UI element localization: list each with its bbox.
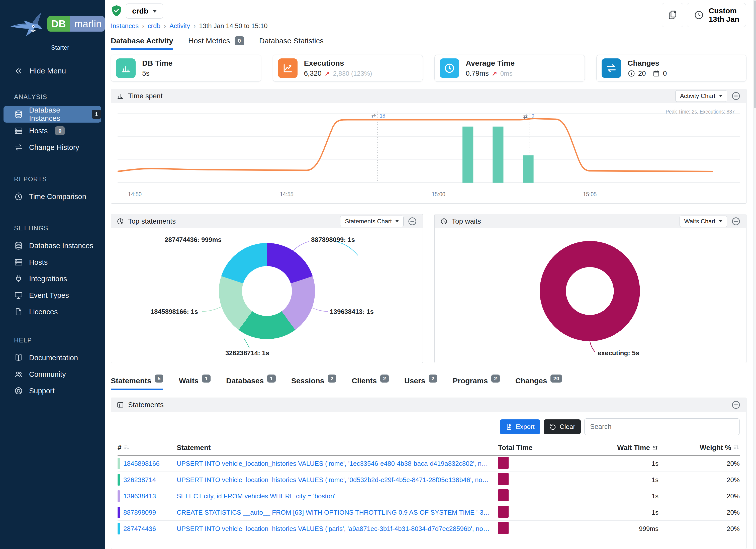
tab-host-metrics[interactable]: Host Metrics 0 — [188, 33, 244, 50]
statement-id-link[interactable]: 326238714 — [123, 476, 156, 484]
sidebar-item-documentation[interactable]: Documentation — [0, 349, 105, 366]
statements-header: Statements — [111, 398, 746, 412]
table-row: 326238714 UPSERT INTO vehicle_location_h… — [118, 472, 740, 488]
sidebar-item-support[interactable]: Support — [0, 383, 105, 399]
people-icon — [14, 370, 23, 379]
breadcrumb-current: 13th Jan 14:50 to 15:10 — [199, 22, 267, 30]
tab-database-statistics[interactable]: Database Statistics — [259, 33, 324, 50]
chart-select-label: Waits Chart — [684, 218, 715, 225]
time-spent-header: Time spent Activity Chart — [111, 89, 746, 103]
collapse-panel-icon[interactable] — [408, 217, 417, 226]
time-spent-chart[interactable]: Peak Time: 2s, Executions: 837 ⇄ 18 ⇄ 2 … — [111, 103, 746, 203]
sidebar-item-hosts[interactable]: Hosts 0 — [0, 123, 105, 139]
statement-link[interactable]: SELECT city, id FROM vehicles WHERE city… — [177, 492, 491, 500]
instance-selector[interactable]: crdb — [126, 4, 163, 19]
hide-menu-label: Hide Menu — [30, 67, 66, 75]
page-content: DB Time 5s Executions 6,320 ↗ 2,830 (123… — [105, 50, 753, 549]
statement-id-link[interactable]: 287474436 — [123, 525, 156, 533]
topbar: crdb Instances › crdb › Activity › 13th … — [105, 0, 753, 33]
sidebar-item-licences[interactable]: Licences — [0, 304, 105, 320]
statement-id-link[interactable]: 1845898166 — [123, 460, 160, 468]
sidebar-item-event-types[interactable]: Event Types — [0, 287, 105, 304]
detail-tab-sessions[interactable]: Sessions 2 — [291, 377, 336, 390]
column-header-statement[interactable]: Statement — [177, 444, 498, 452]
card-title: Changes — [628, 59, 667, 67]
statement-link[interactable]: UPSERT INTO vehicle_location_histories V… — [177, 476, 491, 484]
card-average-time: Average Time 0.79ms ↗ 0ms — [434, 55, 585, 82]
copy-link-button[interactable] — [662, 3, 683, 27]
time-range-line2: 13th Jan — [709, 15, 739, 23]
statement-link[interactable]: CREATE STATISTICS __auto__ FROM [63] WIT… — [177, 509, 491, 516]
window-scrollbar[interactable] — [753, 0, 756, 549]
export-button[interactable]: Export — [500, 419, 540, 434]
card-db-time: DB Time 5s — [111, 55, 261, 82]
collapse-panel-icon[interactable] — [731, 91, 741, 101]
donut-leader-lines — [111, 228, 423, 363]
card-title: Executions — [304, 59, 372, 67]
weight-value: 20% — [658, 492, 740, 500]
wait-time-value: 1s — [581, 509, 658, 516]
column-header-wait-time[interactable]: Wait Time — [581, 444, 658, 452]
detail-tab-statements[interactable]: Statements 5 — [111, 377, 163, 390]
sidebar-item-database-instances[interactable]: Database Instances 1 — [4, 106, 101, 123]
copy-icon — [667, 10, 678, 20]
count-badge: 2 — [380, 375, 389, 383]
count-badge: 1 — [92, 110, 101, 119]
tab-database-activity[interactable]: Database Activity — [111, 33, 173, 50]
detail-tab-waits[interactable]: Waits 1 — [179, 377, 211, 390]
total-time-bar — [498, 522, 509, 534]
breadcrumb-separator: › — [142, 23, 144, 30]
statements-chart-select[interactable]: Statements Chart — [340, 216, 404, 227]
server-icon — [14, 126, 23, 135]
statement-link[interactable]: UPSERT INTO vehicle_location_histories V… — [177, 525, 491, 533]
sidebar-item-settings-database-instances[interactable]: Database Instances — [0, 237, 105, 254]
card-value: 5s — [142, 69, 150, 77]
card-title: DB Time — [142, 59, 172, 67]
detail-tab-databases[interactable]: Databases 1 — [226, 377, 276, 390]
table-row: 287474436 UPSERT INTO vehicle_location_h… — [118, 521, 740, 537]
section-title: HELP — [0, 337, 105, 344]
statements-donut-chart[interactable]: 287474436: 999ms 887898099: 1s 184589816… — [111, 228, 423, 363]
weight-value: 20% — [658, 509, 740, 516]
detail-tab-changes[interactable]: Changes 20 — [515, 377, 562, 390]
search-input[interactable] — [584, 418, 740, 435]
sidebar-item-integrations[interactable]: Integrations — [0, 270, 105, 287]
table-icon — [117, 401, 124, 409]
breadcrumb-instances[interactable]: Instances — [111, 22, 139, 30]
breadcrumb-crdb[interactable]: crdb — [148, 22, 160, 30]
detail-tab-users[interactable]: Users 2 — [404, 377, 437, 390]
tab-label: Programs — [453, 377, 488, 385]
sidebar-item-community[interactable]: Community — [0, 366, 105, 383]
column-header-num[interactable]: # — [118, 444, 177, 452]
column-header-weight[interactable]: Weight % — [658, 444, 740, 452]
breadcrumb-activity[interactable]: Activity — [169, 22, 190, 30]
detail-tab-programs[interactable]: Programs 2 — [453, 377, 500, 390]
activity-chart-select[interactable]: Activity Chart — [675, 90, 727, 102]
collapse-panel-icon[interactable] — [731, 217, 741, 226]
table-row: 139638413 SELECT city, id FROM vehicles … — [118, 488, 740, 504]
chevron-down-icon — [152, 10, 157, 13]
statement-id-link[interactable]: 887898099 — [123, 509, 156, 516]
detail-tab-clients[interactable]: Clients 2 — [352, 377, 389, 390]
hide-menu-button[interactable]: Hide Menu — [0, 59, 105, 83]
double-chevron-left-icon — [14, 66, 23, 75]
chart-select-label: Statements Chart — [345, 218, 392, 225]
waits-donut-chart[interactable]: executing: 5s — [435, 228, 746, 363]
logo-marlin-text: marlin — [70, 16, 105, 32]
sort-asc-icon — [652, 444, 658, 451]
scrollbar-thumb[interactable] — [754, 1, 756, 108]
collapse-panel-icon[interactable] — [731, 400, 741, 410]
dbmarlin-wordmark: DB marlin — [47, 16, 105, 32]
sidebar-item-change-history[interactable]: Change History — [0, 139, 105, 156]
app-window: DB marlin Starter Hide Menu ANALYSIS Dat… — [0, 0, 756, 549]
tab-label: Waits — [179, 377, 199, 385]
sidebar-item-time-comparison[interactable]: Time Comparison — [0, 188, 105, 205]
waits-chart-select[interactable]: Waits Chart — [680, 216, 727, 227]
section-title: SETTINGS — [0, 225, 105, 232]
time-range-button[interactable]: Custom 13th Jan — [687, 3, 746, 27]
statement-id-link[interactable]: 139638413 — [123, 492, 156, 500]
column-header-total-time[interactable]: Total Time — [498, 444, 581, 452]
statement-link[interactable]: UPSERT INTO vehicle_location_histories V… — [177, 460, 491, 468]
clear-button[interactable]: Clear — [544, 419, 581, 434]
sidebar-item-settings-hosts[interactable]: Hosts — [0, 254, 105, 270]
